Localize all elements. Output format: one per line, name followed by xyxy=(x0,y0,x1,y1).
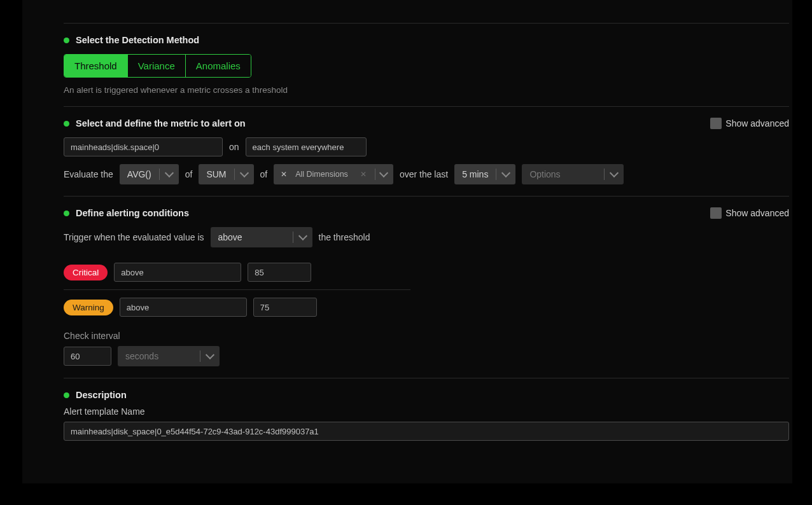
aggregation-outer-select[interactable]: AVG() xyxy=(120,164,179,184)
checkbox-icon[interactable] xyxy=(710,118,722,129)
dims-value: All Dimensions xyxy=(295,170,354,179)
warning-row: Warning xyxy=(64,290,410,324)
show-advanced-conditions[interactable]: Show advanced xyxy=(710,207,789,219)
on-label: on xyxy=(229,142,239,152)
divider-icon xyxy=(234,169,235,180)
tab-threshold[interactable]: Threshold xyxy=(64,55,128,77)
chevron-down-icon xyxy=(501,170,510,179)
aggregation-inner-select[interactable]: SUM xyxy=(199,164,253,184)
detection-title: Select the Detection Method xyxy=(76,35,199,45)
metric-title: Select and define the metric to alert on xyxy=(76,118,246,128)
tab-variance[interactable]: Variance xyxy=(128,55,186,77)
template-name-label: Alert template Name xyxy=(64,406,789,417)
close-icon[interactable] xyxy=(279,169,289,179)
over-label: over the last xyxy=(400,169,448,179)
options-select[interactable]: Options xyxy=(522,164,624,184)
section-description: Description Alert template Name xyxy=(64,378,789,452)
warning-badge: Warning xyxy=(64,300,113,315)
window-select[interactable]: 5 mins xyxy=(454,164,515,184)
critical-op-input[interactable] xyxy=(114,263,241,282)
detection-tabs: Threshold Variance Anomalies xyxy=(64,54,251,78)
detection-hint: An alert is triggered whenever a metric … xyxy=(64,85,789,95)
show-advanced-metric[interactable]: Show advanced xyxy=(710,118,789,129)
of-label-1: of xyxy=(185,169,193,179)
agg1-value: AVG() xyxy=(127,169,151,179)
chevron-down-icon xyxy=(206,352,214,361)
chevron-down-icon xyxy=(165,170,174,179)
section-detection-method: Select the Detection Method Threshold Va… xyxy=(64,23,789,106)
critical-badge: Critical xyxy=(64,265,108,280)
direction-value: above xyxy=(218,232,242,242)
divider-icon xyxy=(496,169,496,180)
warning-value-input[interactable] xyxy=(253,298,317,317)
direction-select[interactable]: above xyxy=(211,227,312,247)
critical-value-input[interactable] xyxy=(248,263,311,282)
of-label-2: of xyxy=(260,169,268,179)
trigger-prefix: Trigger when the evaluated value is xyxy=(64,232,204,242)
interval-value-input[interactable] xyxy=(64,347,111,366)
warning-op-input[interactable] xyxy=(120,298,247,317)
interval-unit-select[interactable]: seconds xyxy=(118,346,220,366)
divider-icon xyxy=(604,169,605,180)
divider-icon xyxy=(375,169,375,180)
trigger-suffix: the threshold xyxy=(319,232,370,242)
chevron-down-icon xyxy=(610,170,619,179)
description-title: Description xyxy=(76,390,127,400)
metric-input[interactable] xyxy=(64,137,223,156)
conditions-title: Define alerting conditions xyxy=(76,208,189,218)
checkbox-icon[interactable] xyxy=(710,207,722,219)
divider-icon xyxy=(159,169,160,180)
critical-row: Critical xyxy=(64,255,410,290)
interval-unit-value: seconds xyxy=(125,351,158,361)
tab-anomalies[interactable]: Anomalies xyxy=(186,55,251,77)
status-dot-icon xyxy=(64,211,69,216)
section-conditions: Define alerting conditions Show advanced… xyxy=(64,196,789,378)
clear-icon[interactable] xyxy=(358,169,368,179)
scope-input[interactable] xyxy=(246,137,367,156)
agg2-value: SUM xyxy=(206,169,226,179)
divider-icon xyxy=(293,232,293,243)
section-metric: Select and define the metric to alert on… xyxy=(64,106,789,196)
options-placeholder: Options xyxy=(529,169,560,179)
chevron-down-icon xyxy=(379,170,388,179)
show-advanced-label: Show advanced xyxy=(725,208,789,218)
status-dot-icon xyxy=(64,121,69,127)
chevron-down-icon xyxy=(298,233,307,242)
evaluate-label: Evaluate the xyxy=(64,169,113,179)
status-dot-icon xyxy=(64,392,69,398)
window-value: 5 mins xyxy=(462,169,488,179)
chevron-down-icon xyxy=(240,170,249,179)
divider-icon xyxy=(200,350,200,362)
interval-label: Check interval xyxy=(64,331,789,341)
status-dot-icon xyxy=(64,38,69,43)
dimensions-select[interactable]: All Dimensions xyxy=(274,164,393,184)
show-advanced-label: Show advanced xyxy=(725,118,789,128)
alert-config-panel: Select the Detection Method Threshold Va… xyxy=(22,0,792,483)
template-name-input[interactable] xyxy=(64,422,789,441)
